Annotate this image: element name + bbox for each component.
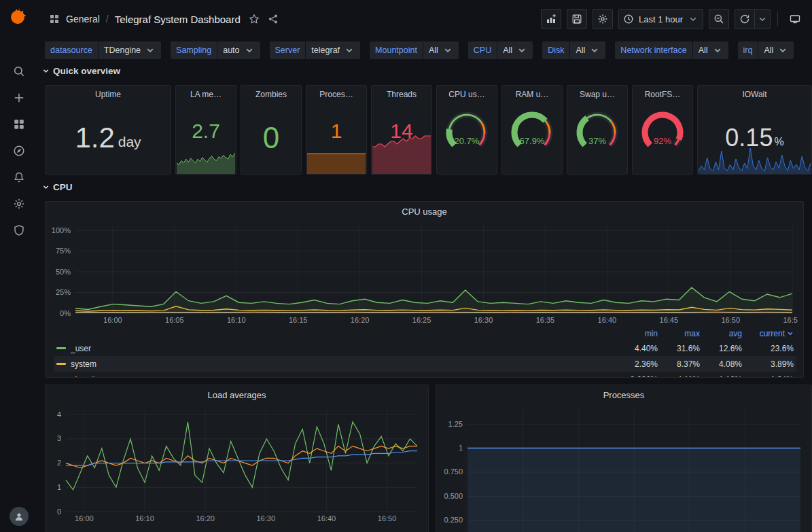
panel-title[interactable]: CPU usage bbox=[46, 202, 803, 217]
dashboards-icon[interactable] bbox=[5, 111, 33, 137]
sidebar-nav bbox=[5, 58, 33, 243]
svg-text:16:50: 16:50 bbox=[722, 316, 741, 324]
svg-text:16:00: 16:00 bbox=[103, 316, 122, 324]
legend-row-iowait: _iowait 0.686% 4.11% 1.10% 1.34% bbox=[54, 372, 796, 378]
section-cpu[interactable]: CPU bbox=[42, 182, 73, 192]
refresh-interval-caret[interactable] bbox=[755, 9, 771, 29]
panel-title[interactable]: IOWait bbox=[698, 86, 811, 102]
variable-value-dropdown[interactable]: telegraf bbox=[306, 41, 360, 59]
legend-sort-max[interactable]: max bbox=[658, 329, 700, 338]
panel-title[interactable]: LA me… bbox=[176, 86, 236, 102]
bottom-panels-row: Load averages 0123416:0016:1016:2016:301… bbox=[45, 385, 812, 532]
variable-value-dropdown[interactable]: All bbox=[497, 41, 533, 59]
stat-value: 1 bbox=[306, 120, 366, 143]
variable-label: Mountpoint bbox=[370, 41, 423, 59]
variable-datasource: datasource TDengine bbox=[45, 41, 161, 59]
chevron-down-icon bbox=[442, 45, 453, 56]
star-dashboard-icon[interactable] bbox=[249, 14, 260, 24]
variable-value-dropdown[interactable]: auto bbox=[217, 41, 260, 59]
stat-value: 0 bbox=[241, 102, 301, 174]
load-averages-panel: Load averages 0123416:0016:1016:2016:301… bbox=[45, 385, 429, 532]
user-avatar[interactable] bbox=[10, 507, 29, 526]
configuration-gear-icon[interactable] bbox=[5, 190, 33, 217]
grafana-logo[interactable] bbox=[7, 6, 31, 29]
legend-sort-min[interactable]: min bbox=[616, 329, 658, 338]
svg-text:20.7%: 20.7% bbox=[455, 136, 480, 146]
add-icon[interactable] bbox=[5, 84, 33, 111]
variable-disk: Disk All bbox=[542, 41, 605, 59]
variable-cpu: CPU All bbox=[468, 41, 533, 59]
legend-series-toggle[interactable]: _user bbox=[56, 344, 616, 353]
refresh-button-group bbox=[735, 9, 771, 29]
dashboard-settings-button[interactable] bbox=[593, 9, 613, 29]
dashboard-grid-icon bbox=[49, 14, 60, 24]
svg-text:0.500: 0.500 bbox=[444, 492, 463, 500]
legend-row-user: _user 4.40% 31.6% 12.6% 23.6% bbox=[54, 340, 796, 356]
alerting-bell-icon[interactable] bbox=[5, 164, 33, 190]
stat-panel-swap-usage-gauge: Swap u… 37% bbox=[567, 85, 628, 175]
panel-title[interactable]: RAM u… bbox=[502, 86, 562, 102]
variable-value-dropdown[interactable]: All bbox=[570, 41, 605, 59]
server-admin-shield-icon[interactable] bbox=[5, 217, 33, 243]
svg-text:16:40: 16:40 bbox=[317, 514, 336, 522]
series-color-marker bbox=[56, 347, 66, 349]
svg-text:16:10: 16:10 bbox=[135, 514, 154, 522]
cpu-usage-panel: CPU usage 0%25%50%75%100%16:0016:0516:10… bbox=[45, 201, 804, 378]
legend-sort-avg[interactable]: avg bbox=[700, 329, 742, 338]
svg-text:16:10: 16:10 bbox=[227, 316, 246, 324]
panel-title[interactable]: Load averages bbox=[46, 385, 428, 400]
svg-text:0.750: 0.750 bbox=[444, 467, 463, 476]
panel-title[interactable]: Threads bbox=[372, 86, 431, 102]
variable-value-dropdown[interactable]: All bbox=[423, 41, 459, 59]
explore-compass-icon[interactable] bbox=[5, 137, 33, 164]
svg-text:16:05: 16:05 bbox=[165, 316, 184, 324]
variable-value-dropdown[interactable]: All bbox=[693, 41, 728, 59]
chevron-down-icon bbox=[244, 45, 255, 56]
panel-title[interactable]: Processes bbox=[436, 385, 811, 400]
section-quick-overview[interactable]: Quick overview bbox=[42, 66, 120, 76]
chevron-down-icon bbox=[777, 45, 788, 56]
legend-series-toggle[interactable]: system bbox=[56, 359, 616, 369]
variable-value-dropdown[interactable]: TDengine bbox=[99, 41, 161, 59]
processes-chart[interactable]: 0.2500.5000.75011.25 bbox=[442, 406, 806, 532]
breadcrumb-folder[interactable]: General bbox=[66, 14, 100, 24]
panel-title[interactable]: Uptime bbox=[46, 86, 171, 102]
cycle-view-tv-icon[interactable] bbox=[785, 9, 805, 29]
section-chevron-icon bbox=[42, 183, 50, 191]
stat-panel-rootfs-gauge: RootFS… 92% bbox=[632, 85, 693, 175]
chevron-down-icon bbox=[712, 45, 723, 56]
save-dashboard-button[interactable] bbox=[567, 9, 587, 29]
cpu-usage-chart[interactable]: 0%25%50%75%100%16:0016:0516:1016:1516:20… bbox=[51, 222, 798, 325]
panel-title[interactable]: Swap u… bbox=[567, 86, 627, 102]
legend-sort-current[interactable]: current bbox=[742, 329, 794, 338]
svg-text:16:15: 16:15 bbox=[289, 316, 308, 324]
svg-text:0%: 0% bbox=[60, 309, 71, 317]
variable-label: datasource bbox=[45, 41, 98, 59]
panel-title[interactable]: RootFS… bbox=[633, 86, 692, 102]
time-range-picker[interactable]: Last 1 hour bbox=[618, 9, 703, 29]
time-range-label: Last 1 hour bbox=[639, 14, 683, 24]
legend-series-toggle[interactable]: _iowait bbox=[56, 375, 616, 378]
gauge: 20.7% bbox=[437, 102, 497, 174]
search-icon[interactable] bbox=[5, 58, 33, 84]
share-dashboard-icon[interactable] bbox=[268, 14, 279, 24]
panel-title[interactable]: Proces… bbox=[306, 86, 366, 102]
stat-panel-cpu-usage-gauge: CPU us… 20.7% bbox=[436, 85, 497, 175]
variable-label: irq bbox=[738, 41, 758, 59]
svg-text:16:55: 16:55 bbox=[783, 316, 798, 324]
chevron-down-icon bbox=[145, 45, 156, 56]
refresh-button[interactable] bbox=[735, 9, 755, 29]
quick-overview-row: Uptime 1.2day LA me… 2.7 Zombies 0 Proce… bbox=[45, 85, 812, 175]
processes-panel: Processes 0.2500.5000.75011.25 bbox=[436, 385, 812, 532]
section-title: CPU bbox=[53, 182, 73, 192]
add-panel-button[interactable] bbox=[541, 9, 561, 29]
toolbar-actions: Last 1 hour bbox=[541, 9, 805, 29]
variable-irq: irq All bbox=[738, 41, 794, 59]
load-averages-chart[interactable]: 0123416:0016:1016:2016:3016:4016:50 bbox=[51, 406, 423, 524]
panel-title[interactable]: Zombies bbox=[241, 86, 301, 102]
panel-title[interactable]: CPU us… bbox=[437, 86, 497, 102]
zoom-out-button[interactable] bbox=[709, 9, 729, 29]
svg-text:2: 2 bbox=[57, 459, 61, 467]
variable-value-dropdown[interactable]: All bbox=[758, 41, 794, 59]
sidebar bbox=[0, 0, 38, 532]
